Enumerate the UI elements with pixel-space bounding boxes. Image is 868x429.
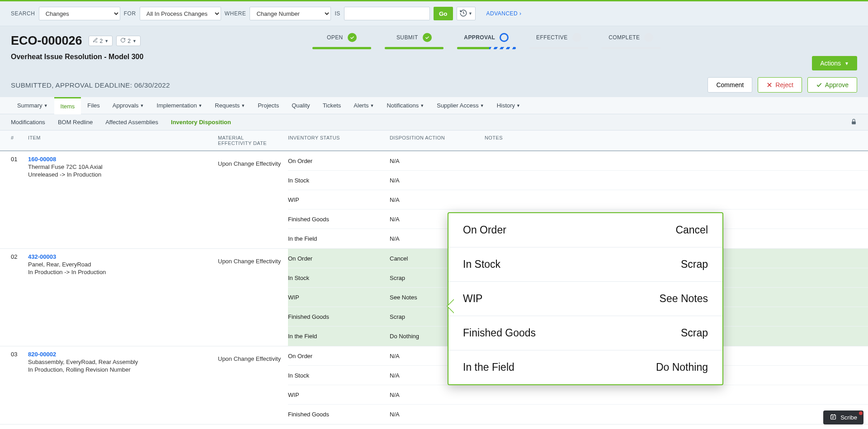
item-number-link[interactable]: 432-00003: [28, 253, 218, 260]
tab-label: Quality: [292, 102, 310, 109]
table-header: # ITEM MATERIAL EFFECTIVITY DATE INVENTO…: [0, 131, 868, 151]
search-scope-select[interactable]: All In Process Changes: [140, 7, 221, 20]
inventory-status: Finished Goods: [288, 216, 390, 223]
disposition-row[interactable]: WIP N/A: [288, 385, 868, 405]
main-tabs: Summary▼ Items Files Approvals▼ Implemen…: [0, 97, 868, 114]
edit-icon: [93, 37, 98, 44]
wf-open-label: OPEN: [327, 34, 343, 41]
tab-label: Implementation: [157, 102, 197, 109]
tab-projects[interactable]: Projects: [251, 97, 285, 114]
tab-supplier-access[interactable]: Supplier Access▼: [430, 97, 490, 114]
col-item: ITEM: [28, 135, 218, 146]
item-lifecycle: Unreleased -> In Production: [28, 171, 218, 178]
disposition-action: N/A: [390, 411, 485, 418]
tab-summary[interactable]: Summary▼: [11, 97, 54, 114]
disposition-row[interactable]: Finished Goods N/A: [288, 405, 868, 424]
wf-step-complete: COMPLETE: [602, 33, 660, 49]
search-field-select[interactable]: Change Number: [250, 7, 331, 20]
search-bar: SEARCH Changes FOR All In Process Change…: [0, 1, 868, 26]
comment-button[interactable]: Comment: [708, 77, 752, 93]
subtab-bom-redline[interactable]: BOM Redline: [58, 119, 93, 126]
item-lifecycle: In Production, Rolling Revision Number: [28, 366, 218, 373]
subtab-inventory-disposition[interactable]: Inventory Disposition: [171, 119, 231, 126]
advanced-search-link[interactable]: ADVANCED ›: [486, 10, 522, 17]
row-num: 01: [11, 156, 28, 244]
row-num: 03: [11, 351, 28, 420]
tab-requests[interactable]: Requests▼: [208, 97, 251, 114]
wf-approval-label: APPROVAL: [464, 34, 495, 41]
disposition-action: N/A: [390, 158, 485, 164]
for-label: FOR: [124, 10, 136, 17]
reject-button[interactable]: Reject: [758, 77, 802, 93]
edits-count: 2: [100, 38, 103, 44]
material-effectivity: Upon Change Effectivity: [218, 156, 288, 244]
search-type-select[interactable]: Changes: [39, 7, 120, 20]
disposition-row[interactable]: In Stock N/A: [288, 171, 868, 190]
inventory-status: On Order: [288, 255, 390, 262]
svg-rect-2: [852, 121, 856, 124]
approve-button[interactable]: Approve: [807, 77, 857, 93]
wf-effective-label: EFFECTIVE: [536, 34, 568, 41]
grey-circle-icon: [572, 33, 581, 42]
tab-tickets[interactable]: Tickets: [316, 97, 348, 114]
disposition-row[interactable]: WIP N/A: [288, 190, 868, 210]
sub-tabs: Modifications BOM Redline Affected Assem…: [0, 114, 868, 131]
scribe-widget[interactable]: Scribe: [823, 410, 863, 424]
subtab-affected-assemblies[interactable]: Affected Assemblies: [105, 119, 158, 126]
check-circle-icon: [348, 33, 357, 42]
edits-badge[interactable]: 2 ▼: [89, 36, 113, 46]
callout-disp: Scrap: [681, 258, 708, 270]
chevron-down-icon: ▼: [516, 103, 520, 108]
item-description: Subassembly, EveryRoad, Rear Assembly: [28, 359, 218, 365]
tab-label: Summary: [17, 102, 42, 109]
tab-history[interactable]: History▼: [491, 97, 527, 114]
chevron-down-icon: ▼: [140, 103, 144, 108]
callout-disp: Scrap: [681, 327, 708, 339]
inventory-status: WIP: [288, 196, 390, 203]
links-badge[interactable]: 2 ▼: [116, 36, 141, 46]
record-header: ECO-000026 2 ▼ 2 ▼ OPEN SUBMIT APPROV: [0, 26, 868, 97]
material-effectivity: Upon Change Effectivity: [218, 351, 288, 420]
search-value-input[interactable]: [344, 7, 430, 20]
chevron-down-icon: ▼: [844, 61, 849, 66]
tab-label: Notifications: [387, 102, 419, 109]
inventory-status: In Stock: [288, 275, 390, 281]
item-block: 01 160-00008 Thermal Fuse 72C 10A Axial …: [0, 151, 868, 249]
row-num: 02: [11, 253, 28, 341]
callout-inv: In Stock: [463, 258, 500, 270]
search-history-button[interactable]: ▼: [457, 7, 476, 20]
inventory-status: In Stock: [288, 177, 390, 184]
search-go-button[interactable]: Go: [434, 7, 453, 20]
tab-alerts[interactable]: Alerts▼: [347, 97, 380, 114]
inventory-status: WIP: [288, 294, 390, 301]
chevron-down-icon: ▼: [104, 39, 108, 43]
disposition-row[interactable]: On Order N/A: [288, 151, 868, 171]
disposition-action: N/A: [390, 177, 485, 184]
tab-quality[interactable]: Quality: [285, 97, 316, 114]
disposition-action: N/A: [390, 392, 485, 398]
wf-submit-label: SUBMIT: [396, 34, 418, 41]
grey-circle-icon: [644, 33, 653, 42]
tab-approvals[interactable]: Approvals▼: [106, 97, 151, 114]
tab-files[interactable]: Files: [81, 97, 106, 114]
item-number-link[interactable]: 160-00008: [28, 156, 218, 163]
item-number-link[interactable]: 820-00002: [28, 351, 218, 358]
inventory-status: In Stock: [288, 372, 390, 379]
tab-implementation[interactable]: Implementation▼: [151, 97, 209, 114]
item-cell: 432-00003 Panel, Rear, EveryRoad In Prod…: [28, 253, 218, 341]
inventory-status: WIP: [288, 392, 390, 398]
tab-items[interactable]: Items: [54, 97, 81, 114]
tab-label: Projects: [258, 102, 279, 109]
item-cell: 820-00002 Subassembly, EveryRoad, Rear A…: [28, 351, 218, 420]
wf-step-open: OPEN: [312, 33, 371, 49]
scribe-label: Scribe: [840, 414, 857, 421]
check-circle-icon: [423, 33, 432, 42]
subtab-modifications[interactable]: Modifications: [11, 119, 45, 126]
item-description: Thermal Fuse 72C 10A Axial: [28, 163, 218, 170]
tab-notifications[interactable]: Notifications▼: [380, 97, 430, 114]
wf-complete-label: COMPLETE: [609, 34, 640, 41]
inventory-status: In the Field: [288, 235, 390, 242]
actions-button[interactable]: Actions ▼: [812, 56, 857, 70]
col-disposition: DISPOSITION ACTION: [390, 135, 485, 146]
tab-label: Supplier Access: [437, 102, 479, 109]
